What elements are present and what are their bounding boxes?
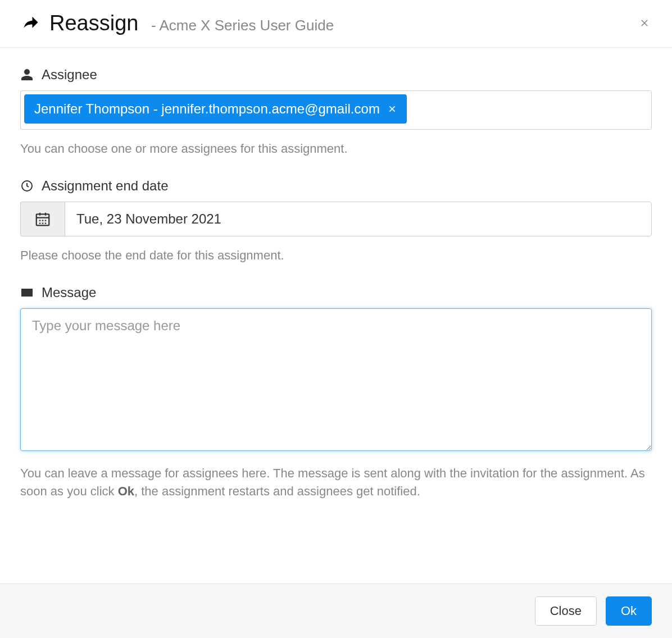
dialog-title: Reassign - Acme X Series User Guide [49, 12, 334, 34]
dialog-title-text: Reassign [49, 11, 138, 35]
message-help-strong: Ok [118, 484, 134, 498]
clock-icon [20, 179, 34, 193]
end-date-label: Assignment end date [20, 178, 652, 194]
dialog-header: Reassign - Acme X Series User Guide [0, 0, 672, 48]
message-help-text: You can leave a message for assignees he… [20, 464, 652, 500]
message-section: Message You can leave a message for assi… [20, 285, 652, 500]
remove-assignee-button[interactable] [388, 104, 397, 113]
assignee-tag: Jennifer Thompson - jennifer.thompson.ac… [24, 94, 407, 124]
calendar-addon[interactable] [20, 202, 65, 236]
share-arrow-icon [22, 15, 39, 31]
message-help-post: , the assignment restarts and assignees … [134, 484, 420, 498]
end-date-label-text: Assignment end date [42, 178, 168, 194]
message-label-text: Message [42, 285, 96, 300]
user-icon [20, 68, 34, 81]
end-date-input[interactable] [65, 202, 652, 236]
assignee-help-text: You can choose one or more assignees for… [20, 140, 652, 158]
reassign-dialog: Reassign - Acme X Series User Guide Assi… [0, 0, 672, 638]
dialog-body: Assignee Jennifer Thompson - jennifer.th… [0, 48, 672, 584]
x-icon [388, 104, 397, 113]
assignee-tag-text: Jennifer Thompson - jennifer.thompson.ac… [34, 101, 380, 117]
assignee-section: Assignee Jennifer Thompson - jennifer.th… [20, 67, 652, 158]
end-date-input-group [20, 202, 652, 236]
assignee-input[interactable]: Jennifer Thompson - jennifer.thompson.ac… [20, 90, 652, 130]
calendar-icon [34, 211, 51, 227]
assignee-label-text: Assignee [42, 67, 97, 83]
end-date-section: Assignment end date Please choose the en… [20, 178, 652, 265]
end-date-help-text: Please choose the end date for this assi… [20, 247, 652, 265]
assignee-label: Assignee [20, 67, 652, 83]
envelope-icon [20, 286, 34, 299]
message-label: Message [20, 285, 652, 300]
ok-button[interactable]: Ok [606, 596, 652, 626]
message-input[interactable] [20, 308, 652, 451]
dialog-footer: Close Ok [0, 584, 672, 638]
close-icon [639, 18, 650, 28]
dialog-subtitle: - Acme X Series User Guide [151, 17, 334, 34]
close-icon-button[interactable] [637, 15, 652, 31]
close-button[interactable]: Close [535, 596, 597, 626]
